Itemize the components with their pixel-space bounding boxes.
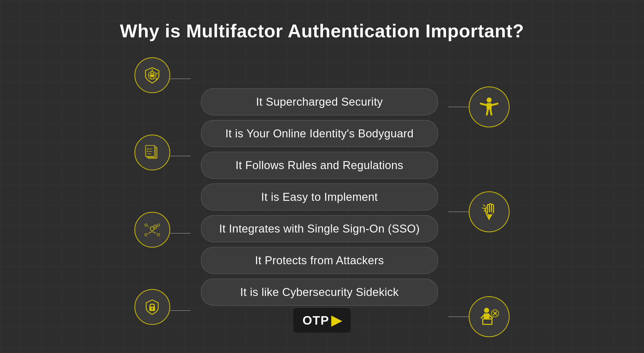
connector-line-2 (170, 156, 191, 156)
svg-line-36 (484, 211, 486, 211)
svg-line-32 (487, 109, 488, 115)
logo-text: OTP (303, 313, 329, 327)
logo-arrow-icon: ▶ (331, 313, 341, 328)
svg-line-35 (482, 208, 485, 208)
svg-point-7 (156, 78, 157, 80)
pill-7: It is like Cybersecurity Sidekick (201, 279, 438, 306)
page-title: Why is Multifactor Authentication Import… (120, 20, 524, 41)
pill-3: It Follows Rules and Regulations (201, 152, 438, 179)
svg-rect-10 (145, 145, 155, 156)
svg-line-31 (492, 104, 498, 105)
svg-rect-4 (151, 74, 154, 77)
svg-point-6 (156, 73, 158, 74)
pill-1: It Supercharged Security (201, 88, 438, 115)
pill-5: It Integrates with Single Sign-On (SSO) (201, 215, 438, 242)
svg-point-5 (152, 69, 153, 71)
left-icon-row-3 (134, 212, 191, 255)
main-content: It Supercharged Security It is Your Onli… (134, 57, 510, 337)
checklist-icon (134, 135, 170, 170)
svg-line-23 (154, 232, 157, 234)
svg-point-18 (145, 233, 147, 236)
pill-2: It is Your Online Identity's Bodyguard (201, 120, 438, 147)
right-connector-1 (448, 107, 469, 107)
svg-point-16 (145, 224, 147, 226)
connector-line-3 (170, 233, 191, 234)
svg-line-33 (490, 109, 491, 115)
pill-6: It Protects from Attackers (201, 247, 438, 274)
right-icon-row-2 (448, 191, 510, 232)
svg-line-22 (147, 232, 150, 234)
logo-area: OTP ▶ (0, 308, 644, 333)
left-icons-column (134, 57, 191, 337)
connector-line-1 (170, 79, 191, 79)
right-icons-column (448, 57, 510, 337)
right-connector-2 (448, 212, 469, 212)
svg-line-30 (481, 104, 487, 105)
pill-4: It is Easy to Implement (201, 183, 438, 211)
right-icon-row-1 (448, 86, 510, 127)
left-icon-row-1 (134, 57, 191, 100)
logo-badge: OTP ▶ (293, 308, 351, 333)
hand-snap-icon (469, 191, 510, 232)
svg-line-20 (147, 226, 150, 227)
shield-security-icon (134, 57, 170, 93)
left-icon-row-2 (134, 135, 191, 178)
pills-column: It Supercharged Security It is Your Onli… (201, 88, 438, 306)
svg-point-28 (487, 97, 492, 103)
svg-point-19 (157, 233, 159, 236)
network-sso-icon (134, 212, 170, 248)
svg-rect-29 (487, 103, 492, 109)
bodyguard-icon (469, 86, 510, 127)
svg-point-17 (157, 224, 159, 226)
svg-line-34 (483, 205, 485, 206)
